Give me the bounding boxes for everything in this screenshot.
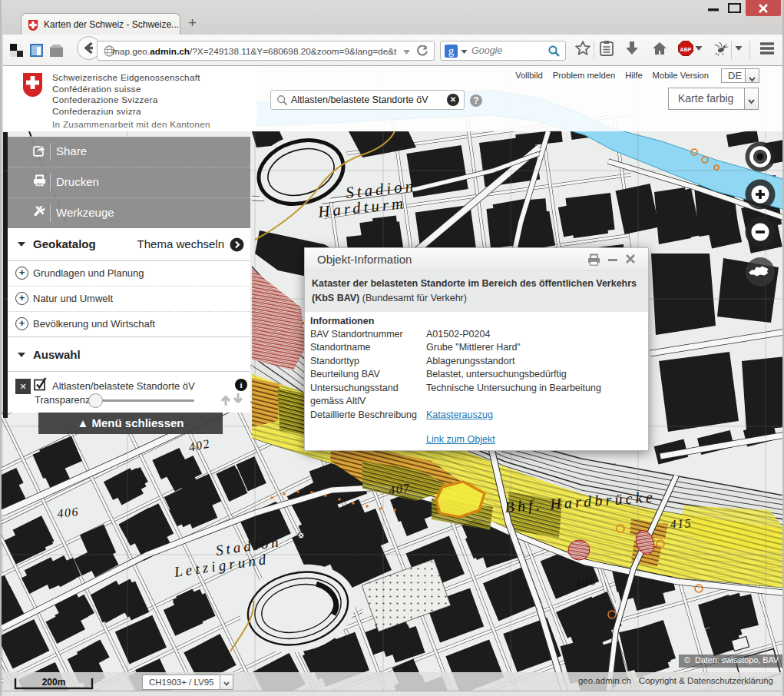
svg-text:200m: 200m bbox=[42, 677, 66, 688]
svg-text:ABP: ABP bbox=[680, 47, 692, 52]
